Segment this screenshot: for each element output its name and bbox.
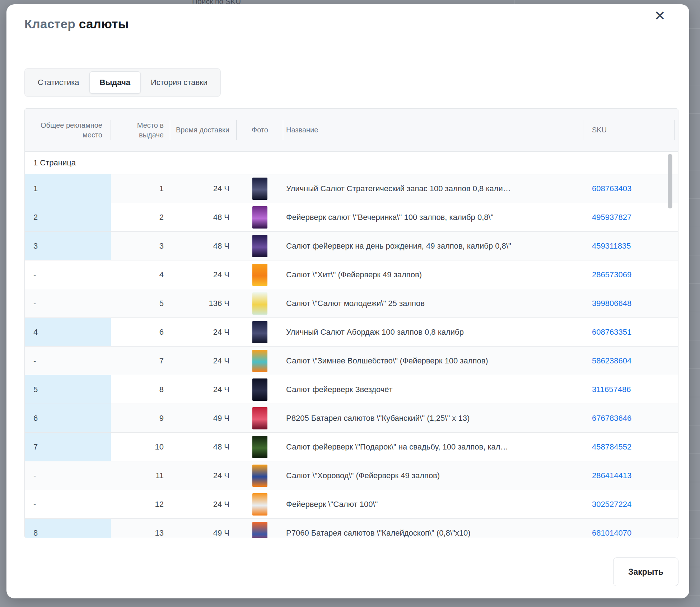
tab-bid-history[interactable]: История ставки: [141, 71, 218, 94]
cell-delivery: 49 Ч: [170, 404, 237, 432]
cell-delivery: 49 Ч: [170, 519, 237, 538]
table-header: Общее рекламное место Место в выдаче Вре…: [25, 109, 678, 152]
cell-photo: [237, 404, 283, 432]
cell-photo: [237, 433, 283, 461]
cell-name: Уличный Салют Абордаж 100 залпов 0,8 кал…: [283, 318, 583, 346]
cell-sku: 586238604: [583, 347, 678, 375]
cell-photo: [237, 174, 283, 203]
cell-sku-link[interactable]: 681014070: [592, 528, 631, 538]
cell-position: 2: [111, 203, 170, 231]
cell-delivery: 48 Ч: [170, 433, 237, 461]
product-photo: [252, 522, 267, 538]
cell-position: 12: [111, 490, 170, 518]
table-row: 8 13 49 Ч Р7060 Батарея салютов \"Калейд…: [25, 519, 678, 538]
cell-name: Салют фейерверк \"Подарок\" на свадьбу, …: [283, 433, 583, 461]
cell-ad-place: 7: [25, 433, 111, 461]
modal-header: Кластер салюты ✕: [24, 4, 678, 32]
background-search-text: Поиск по SKU: [192, 0, 241, 4]
cell-sku-link[interactable]: 311657486: [592, 385, 631, 394]
page-group-row: 1 Страница: [25, 152, 678, 174]
cell-photo: [237, 347, 283, 375]
cell-name: Салют \"Хоровод\" (Фейерверк 49 залпов): [283, 461, 583, 490]
cell-sku-link[interactable]: 608763351: [592, 328, 631, 337]
cell-photo: [237, 490, 283, 518]
cell-ad-place: 5: [25, 375, 111, 404]
cell-ad-place: 3: [25, 232, 111, 260]
cell-delivery: 48 Ч: [170, 203, 237, 231]
table-row: - 12 24 Ч Фейерверк \"Салют 100\" 302527…: [25, 490, 678, 519]
cell-name: Уличный Салют Стратегический запас 100 з…: [283, 174, 583, 203]
cell-sku: 608763403: [583, 174, 678, 203]
cell-delivery: 48 Ч: [170, 232, 237, 260]
cell-position: 8: [111, 375, 170, 404]
table-row: 4 6 24 Ч Уличный Салют Абордаж 100 залпо…: [25, 318, 678, 347]
cell-sku: 676783646: [583, 404, 678, 432]
cell-ad-place: -: [25, 347, 111, 375]
tab-results[interactable]: Выдача: [89, 71, 141, 94]
table-row: 1 1 24 Ч Уличный Салют Стратегический за…: [25, 174, 678, 203]
cell-sku-link[interactable]: 608763403: [592, 184, 631, 193]
cell-photo: [237, 375, 283, 404]
cell-sku: 495937827: [583, 203, 678, 231]
cell-photo: [237, 203, 283, 231]
cell-photo: [237, 232, 283, 260]
product-photo: [252, 292, 267, 315]
cell-sku-link[interactable]: 459311835: [592, 241, 631, 251]
modal-footer: Закрыть: [24, 557, 678, 586]
results-table: Общее рекламное место Место в выдаче Вре…: [24, 108, 678, 538]
table-row: - 5 136 Ч Салют \"Салют молодежи\" 25 за…: [25, 289, 678, 318]
table-body: 1 Страница 1 1 24 Ч Уличный Салют Страте…: [25, 152, 678, 538]
close-icon[interactable]: ✕: [651, 7, 668, 24]
cell-photo: [237, 318, 283, 346]
table-scrollbar[interactable]: [668, 154, 672, 208]
cell-sku: 458784552: [583, 433, 678, 461]
cell-sku-link[interactable]: 495937827: [592, 213, 631, 222]
cell-sku: 302527224: [583, 490, 678, 518]
header-sku: SKU: [583, 109, 678, 151]
cell-position: 11: [111, 461, 170, 490]
title-prefix: Кластер: [24, 17, 75, 31]
cell-name: Р7060 Батарея салютов \"Калейдоскоп\" (0…: [283, 519, 583, 538]
cell-ad-place: -: [25, 260, 111, 289]
cell-photo: [237, 461, 283, 490]
table-row: 2 2 48 Ч Фейерверк салют \"Вечеринка\" 1…: [25, 203, 678, 232]
cell-sku-link[interactable]: 586238604: [592, 356, 631, 366]
product-photo: [252, 350, 267, 372]
cell-sku-link[interactable]: 302527224: [592, 500, 631, 509]
cell-position: 1: [111, 174, 170, 203]
cell-position: 4: [111, 260, 170, 289]
cell-position: 3: [111, 232, 170, 260]
product-photo: [252, 493, 267, 516]
header-divider: [674, 120, 675, 140]
cell-sku-link[interactable]: 286414413: [592, 471, 631, 480]
cell-delivery: 24 Ч: [170, 461, 237, 490]
cell-ad-place: 8: [25, 519, 111, 538]
cell-name: Фейерверк салют \"Вечеринка\" 100 залпов…: [283, 203, 583, 231]
cell-photo: [237, 289, 283, 317]
cell-sku-link[interactable]: 399806648: [592, 299, 631, 308]
cell-sku: 608763351: [583, 318, 678, 346]
table-row: 7 10 48 Ч Салют фейерверк \"Подарок\" на…: [25, 433, 678, 461]
product-photo: [252, 264, 267, 286]
cell-position: 5: [111, 289, 170, 317]
header-position: Место в выдаче: [111, 109, 170, 151]
cell-delivery: 24 Ч: [170, 318, 237, 346]
cell-photo: [237, 519, 283, 538]
product-photo: [252, 235, 267, 257]
product-photo: [252, 178, 267, 200]
cell-ad-place: 2: [25, 203, 111, 231]
cell-position: 7: [111, 347, 170, 375]
cell-sku: 286414413: [583, 461, 678, 490]
cell-ad-place: 1: [25, 174, 111, 203]
product-photo: [252, 465, 267, 487]
table-row: 6 9 49 Ч Р8205 Батарея салютов \"Кубанск…: [25, 404, 678, 433]
close-button[interactable]: Закрыть: [613, 557, 678, 586]
cell-name: Салют \"Хит\" (Фейерверк 49 залпов): [283, 260, 583, 289]
table-body-rows: 1 1 24 Ч Уличный Салют Стратегический за…: [25, 174, 678, 538]
cell-sku-link[interactable]: 286573069: [592, 270, 631, 279]
cell-delivery: 24 Ч: [170, 174, 237, 203]
tab-statistics[interactable]: Статистика: [28, 71, 89, 94]
cell-sku-link[interactable]: 458784552: [592, 442, 631, 452]
cell-sku-link[interactable]: 676783646: [592, 414, 631, 423]
cell-ad-place: -: [25, 289, 111, 317]
